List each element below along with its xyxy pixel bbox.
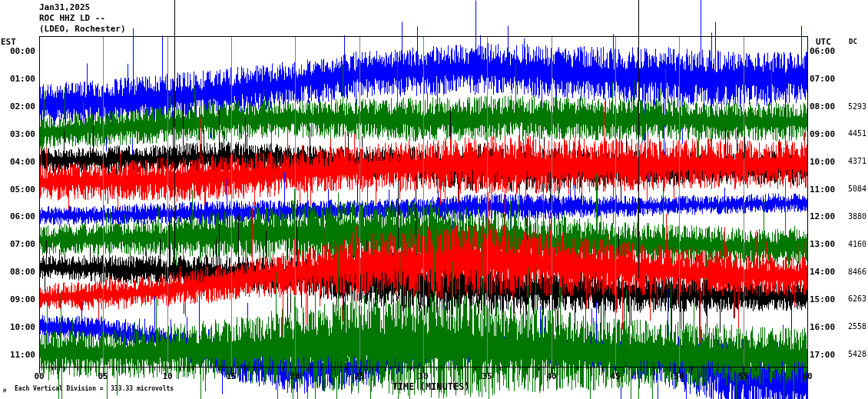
dc-column-title: DC: [849, 38, 857, 45]
est-label: 02:00: [0, 102, 35, 111]
est-label: 05:00: [0, 185, 35, 194]
dc-value: 2558: [842, 323, 866, 331]
est-label: 09:00: [0, 295, 35, 304]
utc-label: 10:00: [810, 158, 835, 166]
utc-label: 08:00: [810, 102, 835, 111]
utc-label: 15:00: [810, 295, 835, 304]
helicorder-screen: Jan31,2025 ROC HHZ LD -- (LDEO, Rocheste…: [0, 0, 868, 399]
dc-value: 4160: [842, 241, 866, 248]
header-station-code: ROC HHZ LD --: [39, 14, 105, 22]
dc-value: 5428: [842, 351, 866, 358]
utc-label: 06:00: [810, 47, 835, 55]
est-label: 03:00: [0, 130, 35, 138]
x-tick-label: 30: [413, 372, 433, 381]
est-label: 00:00: [0, 47, 35, 55]
x-tick-label: 60: [797, 372, 817, 381]
est-label: 01:00: [0, 75, 35, 83]
x-tick-label: 05: [93, 372, 113, 381]
dc-value: 5084: [842, 185, 866, 193]
dc-value: 5293: [842, 103, 866, 111]
x-tick-label: 35: [477, 372, 497, 381]
left-axis-title-est: EST: [1, 38, 16, 46]
x-tick-label: 00: [29, 372, 49, 381]
est-label: 06:00: [0, 212, 35, 221]
microvolt-symbol: μ: [3, 387, 6, 393]
x-tick-label: 25: [350, 372, 369, 381]
est-label: 07:00: [0, 240, 35, 248]
header-date: Jan31,2025: [39, 3, 90, 12]
scale-note: Each Vertical Division = 333.33 microvol…: [15, 386, 174, 392]
utc-label: 14:00: [810, 268, 835, 276]
dc-value: 3880: [842, 213, 866, 221]
utc-label: 12:00: [810, 212, 835, 221]
x-axis-title: TIME (MINUTES): [366, 382, 495, 391]
utc-label: 07:00: [810, 75, 835, 83]
right-axis-title-utc: UTC: [816, 38, 831, 46]
x-tick-label: 55: [734, 372, 754, 381]
est-label: 08:00: [0, 268, 35, 276]
utc-label: 09:00: [810, 130, 835, 138]
helicorder-plot-canvas: [0, 0, 868, 399]
x-tick-label: 45: [605, 372, 625, 381]
utc-label: 11:00: [810, 185, 835, 194]
x-tick-label: 50: [669, 372, 689, 381]
x-tick-label: 15: [221, 372, 241, 381]
est-label: 10:00: [0, 323, 35, 331]
dc-value: 8466: [842, 268, 866, 276]
est-label: 11:00: [0, 351, 35, 359]
x-tick-label: 20: [285, 372, 305, 381]
utc-label: 13:00: [810, 240, 835, 248]
dc-value: 4451: [842, 130, 866, 138]
dc-value: 4371: [842, 158, 866, 165]
x-tick-label: 40: [542, 372, 562, 381]
dc-value: 6263: [842, 295, 866, 303]
utc-label: 17:00: [810, 351, 835, 359]
est-label: 04:00: [0, 158, 35, 166]
x-tick-label: 10: [157, 372, 177, 381]
header-network-name: (LDEO, Rochester): [39, 25, 126, 33]
utc-label: 16:00: [810, 323, 835, 331]
